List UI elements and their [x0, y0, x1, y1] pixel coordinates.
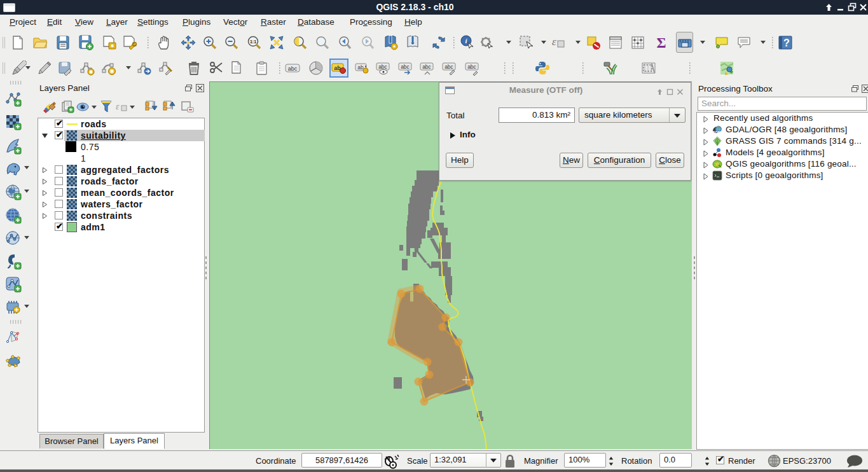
- svg-text:abc: abc: [378, 64, 387, 70]
- svg-text:abc: abc: [444, 64, 453, 70]
- svg-text:abc: abc: [288, 66, 298, 72]
- svg-text:abc: abc: [467, 64, 476, 70]
- svg-text:GDAL: GDAL: [713, 130, 722, 134]
- svg-text:?: ?: [783, 38, 790, 48]
- svg-text:ab: ab: [357, 64, 364, 71]
- svg-text:abc: abc: [401, 64, 410, 70]
- svg-text:1:1: 1:1: [250, 39, 256, 44]
- svg-text:ε: ε: [552, 36, 556, 48]
- svg-text:Σ: Σ: [656, 35, 666, 50]
- svg-text:ε: ε: [116, 102, 120, 111]
- svg-text:abc: abc: [422, 64, 431, 70]
